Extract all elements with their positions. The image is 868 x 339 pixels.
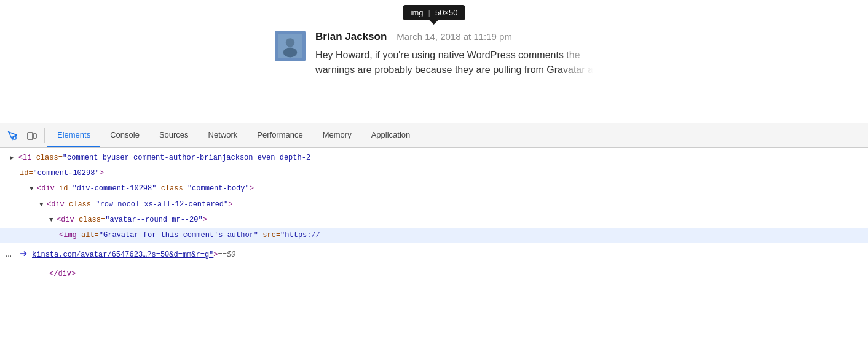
dom-line[interactable]: ▼<div class="row nocol xs-all-12-centere… [0,197,868,212]
devtools-tabs: Elements Console Sources Network Perform… [47,123,866,147]
dom-line[interactable]: </div> [0,267,868,282]
dom-tree-view: ▶ <li class="comment byuser comment-auth… [0,148,868,339]
dom-line[interactable]: ▼<div class="avatar--round mr--20"> [0,212,868,228]
dom-line-selected[interactable]: <img alt="Gravatar for this comment's au… [0,228,868,243]
tooltip-tag: img [411,8,424,17]
svg-point-1 [286,38,294,47]
svg-point-2 [283,47,297,57]
tab-console[interactable]: Console [100,123,149,147]
comment-header: Brian Jackson March 14, 2018 at 11:19 pm [315,31,593,43]
element-tooltip: img | 50×50 [403,5,465,20]
tab-network[interactable]: Network [199,123,248,147]
svg-rect-4 [28,133,33,139]
svg-rect-3 [13,136,16,139]
comment-author: Brian Jackson [315,31,387,43]
comment-text: Hey Howard, if you're using native WordP… [315,48,593,77]
dom-line[interactable]: ▶ <li class="comment byuser comment-auth… [0,150,868,166]
tab-elements[interactable]: Elements [47,123,100,147]
tab-sources[interactable]: Sources [149,123,199,147]
dom-tree: ▶ <li class="comment byuser comment-auth… [0,148,868,284]
tooltip-dimensions: 50×50 [435,8,458,17]
cursor-icon[interactable] [2,126,22,146]
device-icon[interactable] [22,126,42,146]
avatar [275,31,306,61]
dom-arrow-line[interactable]: … ➜ kinsta.com/avatar/6547623…?s=50&d=mm… [0,243,868,267]
devtools-toolbar: Elements Console Sources Network Perform… [0,123,868,148]
svg-rect-5 [33,134,36,138]
devtools-panel: Elements Console Sources Network Perform… [0,123,868,339]
tab-performance[interactable]: Performance [247,123,312,147]
tab-application[interactable]: Application [361,123,420,147]
tab-memory[interactable]: Memory [313,123,361,147]
dom-line[interactable]: id="comment-10298"> [0,166,868,181]
toolbar-divider [44,128,45,143]
dom-line[interactable]: ▼<div id="div-comment-10298" class="comm… [0,181,868,197]
comment-date: March 14, 2018 at 11:19 pm [397,31,512,42]
dots-button[interactable]: … [0,246,17,263]
comment-content: Brian Jackson March 14, 2018 at 11:19 pm… [315,31,593,77]
webpage-preview: img | 50×50 Brian Jackson March 14, 2018… [0,0,868,123]
